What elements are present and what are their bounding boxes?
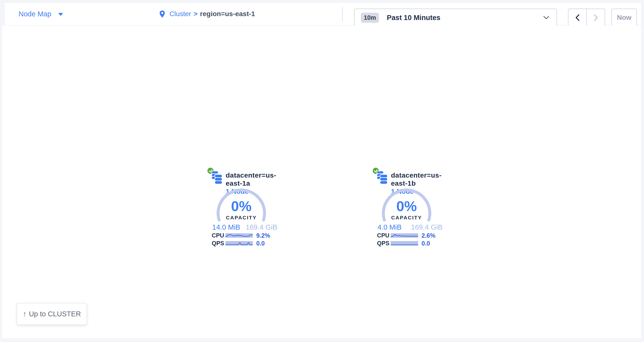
cpu-value: 2.6% (422, 232, 436, 239)
time-range-label: Past 10 Minutes (387, 14, 543, 22)
qps-row: QPS 0.0 (212, 241, 280, 246)
capacity-total: 169.4 GiB (246, 223, 277, 231)
capacity-percent: 0% (216, 198, 266, 214)
breadcrumb-cluster-link[interactable]: Cluster (170, 10, 191, 18)
time-next-button[interactable] (586, 9, 605, 26)
chevron-left-icon (575, 14, 580, 21)
cpu-label: CPU (212, 232, 226, 239)
metric-rows: CPU 2.6% QPS 0.0 (377, 233, 446, 249)
time-prev-button[interactable] (568, 9, 586, 26)
breadcrumb-separator: > (194, 10, 198, 18)
node-map-canvas: datacenter=us-east-1a 1 Node 0% CAPACITY… (2, 25, 641, 338)
database-icon (376, 170, 388, 185)
capacity-label: CAPACITY (216, 215, 266, 221)
cpu-label: CPU (377, 232, 391, 239)
qps-label: QPS (377, 240, 391, 247)
qps-sparkline (226, 241, 253, 246)
time-range-badge: 10m (361, 13, 379, 23)
capacity-values: 14.0 MiB 169.4 GiB (212, 223, 277, 231)
caret-down-icon (58, 13, 63, 16)
capacity-values: 4.0 MiB 169.4 GiB (378, 223, 442, 231)
view-selector-dropdown[interactable]: Node Map (18, 3, 63, 25)
database-icon (211, 170, 222, 185)
time-nav-group (568, 8, 605, 27)
map-pin-icon (160, 10, 165, 18)
capacity-gauge: 0% CAPACITY (216, 189, 266, 223)
node-map-page: Node Map Cluster > region=us-east-1 10m … (0, 0, 644, 342)
capacity-used: 4.0 MiB (378, 223, 402, 231)
qps-value: 0.0 (256, 240, 265, 247)
time-range-dropdown[interactable]: 10m Past 10 Minutes (354, 8, 557, 27)
metric-rows: CPU 9.2% QPS 0.0 (212, 233, 280, 249)
cpu-value: 9.2% (256, 232, 270, 239)
locality-card-us-east-1a[interactable]: datacenter=us-east-1a 1 Node 0% CAPACITY… (207, 167, 283, 248)
cpu-row: CPU 2.6% (377, 233, 446, 238)
topbar: Node Map Cluster > region=us-east-1 10m … (4, 2, 642, 25)
capacity-percent: 0% (382, 198, 432, 214)
capacity-total: 169.4 GiB (411, 223, 442, 231)
chevron-right-icon (594, 14, 598, 21)
capacity-used: 14.0 MiB (212, 223, 240, 231)
header-divider (342, 7, 342, 22)
arrow-up-icon: ↑ (23, 310, 26, 318)
cpu-sparkline (391, 233, 418, 238)
capacity-label: CAPACITY (382, 215, 432, 221)
view-selector-label: Node Map (18, 10, 51, 18)
locality-card-us-east-1b[interactable]: datacenter=us-east-1b 1 Node 0% CAPACITY… (372, 167, 448, 248)
cpu-sparkline (226, 233, 253, 238)
chevron-down-icon (543, 16, 549, 19)
up-to-cluster-button[interactable]: ↑ Up to CLUSTER (17, 303, 87, 325)
breadcrumb: Cluster > region=us-east-1 (160, 3, 255, 25)
qps-row: QPS 0.0 (377, 241, 446, 246)
qps-value: 0.0 (422, 240, 430, 247)
up-to-cluster-label: Up to CLUSTER (29, 310, 81, 318)
locality-title: datacenter=us-east-1b (391, 171, 448, 187)
capacity-gauge: 0% CAPACITY (382, 189, 432, 223)
locality-title: datacenter=us-east-1a (226, 171, 283, 187)
breadcrumb-current: region=us-east-1 (200, 10, 255, 18)
cpu-row: CPU 9.2% (212, 233, 280, 238)
qps-sparkline (391, 241, 418, 246)
qps-label: QPS (212, 240, 226, 247)
now-button[interactable]: Now (612, 8, 637, 27)
